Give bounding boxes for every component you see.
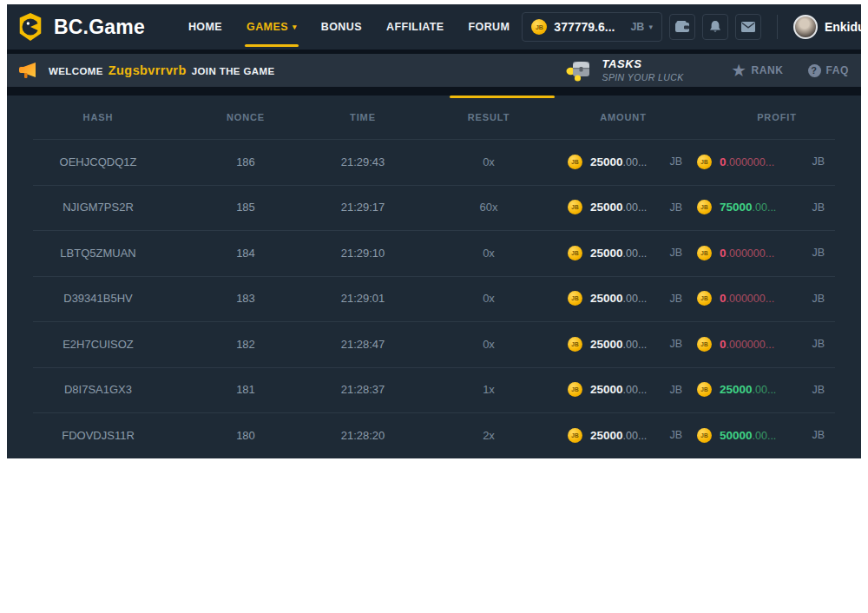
- menu-item-bonus[interactable]: BONUS: [309, 4, 374, 49]
- column-header-amount: AMOUNT: [554, 112, 693, 122]
- profit-cell: JB 50000.00... JB: [693, 428, 861, 443]
- profit-value: 0.000000...: [720, 155, 774, 168]
- wallet-icon: [674, 20, 690, 34]
- nonce-cell: 180: [189, 429, 302, 442]
- column-header-profit: PROFIT: [693, 112, 861, 122]
- time-cell: 21:29:01: [302, 292, 424, 305]
- menu-item-forum[interactable]: FORUM: [457, 4, 523, 49]
- rank-link[interactable]: ★ RANK: [733, 63, 784, 78]
- nonce-cell: 181: [189, 383, 302, 396]
- tasks-shortcut[interactable]: TASKS SPIN YOUR LUCK: [566, 57, 684, 82]
- time-cell: 21:29:10: [302, 247, 424, 260]
- amount-value: 25000.00...: [590, 201, 647, 214]
- bets-panel: HASH NONCE TIME RESULT AMOUNT PROFIT OEH…: [7, 96, 861, 458]
- menu-item-label: FORUM: [469, 21, 510, 33]
- nav-right-cluster: JB 377779.6... JB ▾: [522, 12, 868, 42]
- amount-value: 25000.00...: [590, 247, 647, 260]
- jb-coin-icon: JB: [697, 200, 712, 214]
- jb-coin-icon: JB: [697, 428, 712, 443]
- amount-currency: JB: [669, 201, 682, 214]
- time-cell: 21:29:43: [302, 155, 424, 168]
- table-row[interactable]: LBTQ5ZMUAN 184 21:29:10 0x JB 25000.00..…: [7, 230, 861, 276]
- balance-dropdown[interactable]: JB 377779.6... JB ▾: [522, 12, 662, 42]
- messages-button[interactable]: [735, 14, 761, 40]
- jb-coin-icon: JB: [697, 337, 712, 352]
- hash-cell: D39341B5HV: [7, 292, 189, 305]
- notifications-button[interactable]: [702, 14, 728, 40]
- tasks-title: TASKS: [602, 57, 684, 71]
- megaphone-icon: [17, 61, 38, 80]
- amount-cell: JB 25000.00... JB: [554, 382, 693, 397]
- table-header: HASH NONCE TIME RESULT AMOUNT PROFIT: [7, 96, 861, 139]
- hash-cell: OEHJCQDQ1Z: [7, 155, 189, 168]
- profit-currency: JB: [812, 155, 825, 168]
- app-window: BC.Game HOME GAMES ▾ BONUS AFFILIATE FOR…: [7, 4, 861, 458]
- tasks-subtitle: SPIN YOUR LUCK: [602, 72, 684, 83]
- profit-value: 0.000000...: [720, 338, 774, 351]
- profit-currency: JB: [812, 201, 825, 214]
- hash-cell: NJIGM7PS2R: [7, 201, 189, 214]
- hash-cell: E2H7CUISOZ: [7, 338, 189, 351]
- jb-coin-icon: JB: [568, 200, 582, 214]
- bell-icon: [708, 20, 722, 34]
- menu-item-games[interactable]: GAMES ▾: [234, 4, 309, 49]
- amount-cell: JB 25000.00... JB: [554, 337, 693, 352]
- nonce-cell: 184: [189, 247, 302, 260]
- table-row[interactable]: D8I7SA1GX3 181 21:28:37 1x JB 25000.00..…: [7, 367, 861, 413]
- balance-currency: JB: [630, 21, 644, 33]
- amount-currency: JB: [669, 293, 682, 305]
- amount-value: 25000.00...: [590, 292, 647, 305]
- jb-coin-icon: JB: [568, 428, 582, 443]
- table-row[interactable]: OEHJCQDQ1Z 186 21:29:43 0x JB 25000.00..…: [7, 139, 861, 185]
- nonce-cell: 182: [189, 338, 302, 351]
- profit-currency: JB: [812, 429, 825, 441]
- brand-name: BC.Game: [54, 16, 145, 39]
- nav-divider: [777, 15, 778, 39]
- profit-currency: JB: [812, 384, 825, 396]
- profit-value: 0.000000...: [720, 292, 774, 305]
- question-icon: ?: [808, 64, 821, 77]
- jb-coin-icon: JB: [568, 155, 582, 169]
- amount-value: 25000.00...: [590, 338, 647, 351]
- menu-item-label: AFFILIATE: [386, 21, 444, 33]
- menu-item-label: HOME: [188, 21, 222, 33]
- tasks-text: TASKS SPIN YOUR LUCK: [602, 57, 684, 82]
- user-menu[interactable]: Enkidua ▾: [793, 15, 868, 39]
- mail-icon: [741, 22, 755, 32]
- table-row[interactable]: E2H7CUISOZ 182 21:28:47 0x JB 25000.00..…: [7, 321, 861, 367]
- jb-coin-icon: JB: [568, 382, 582, 397]
- amount-cell: JB 25000.00... JB: [554, 428, 693, 443]
- column-header-hash: HASH: [7, 112, 189, 122]
- amount-currency: JB: [669, 338, 682, 350]
- profit-currency: JB: [812, 338, 825, 350]
- nonce-cell: 183: [189, 292, 302, 305]
- faq-label: FAQ: [826, 64, 849, 76]
- balance-value: 377779.6...: [554, 20, 615, 34]
- star-icon: ★: [733, 63, 746, 78]
- jb-coin-icon: JB: [531, 19, 547, 35]
- amount-cell: JB 25000.00... JB: [554, 200, 693, 214]
- wallet-button[interactable]: [669, 14, 695, 40]
- avatar: [793, 15, 818, 39]
- menu-item-home[interactable]: HOME: [176, 4, 234, 49]
- table-row[interactable]: NJIGM7PS2R 185 21:29:17 60x JB 25000.00.…: [7, 185, 861, 231]
- active-tab-indicator: [450, 96, 555, 98]
- welcome-username[interactable]: Zugsbvrrvrb: [108, 63, 187, 77]
- faq-link[interactable]: ? FAQ: [808, 64, 849, 77]
- profit-cell: JB 0.000000... JB: [693, 246, 861, 260]
- welcome-message: WELCOME Zugsbvrrvrb JOIN THE GAME: [49, 63, 275, 77]
- table-row[interactable]: D39341B5HV 183 21:29:01 0x JB 25000.00..…: [7, 276, 861, 322]
- bcgame-logo-icon: [16, 12, 45, 42]
- hash-cell: D8I7SA1GX3: [7, 383, 189, 396]
- result-cell: 0x: [424, 155, 554, 168]
- menu-item-affiliate[interactable]: AFFILIATE: [374, 4, 457, 49]
- time-cell: 21:28:20: [302, 429, 424, 442]
- table-row[interactable]: FDOVDJS11R 180 21:28:20 2x JB 25000.00..…: [7, 412, 861, 458]
- brand-logo[interactable]: BC.Game: [16, 12, 145, 42]
- jb-coin-icon: JB: [568, 291, 582, 306]
- amount-value: 25000.00...: [590, 155, 647, 168]
- menu-item-label: BONUS: [321, 21, 362, 33]
- column-header-time: TIME: [302, 112, 424, 122]
- jb-coin-icon: JB: [697, 246, 712, 260]
- column-header-nonce: NONCE: [189, 112, 302, 122]
